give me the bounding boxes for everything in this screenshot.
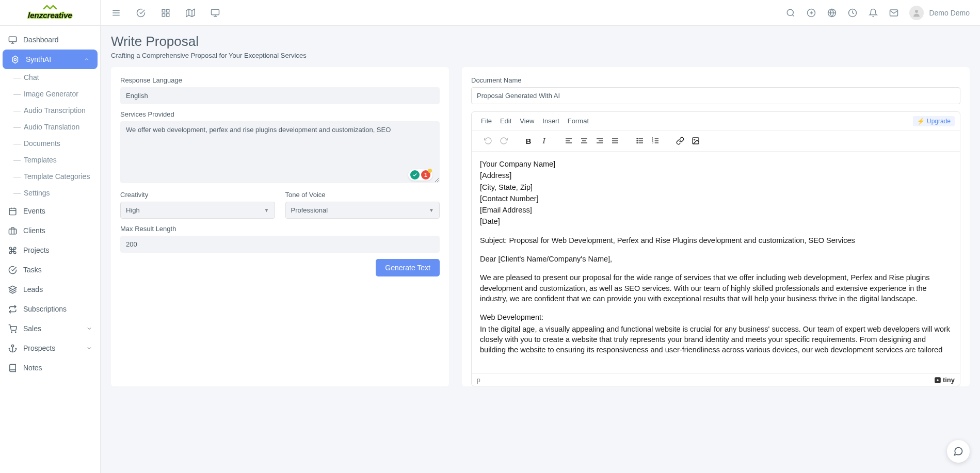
redo-button[interactable] bbox=[496, 134, 511, 148]
menu-insert[interactable]: Insert bbox=[538, 115, 564, 127]
add-button[interactable] bbox=[806, 8, 816, 18]
sidebar-subitem-chat[interactable]: —Chat bbox=[0, 69, 100, 86]
search-button[interactable] bbox=[785, 8, 796, 18]
svg-point-12 bbox=[11, 332, 11, 332]
bullet-list-button[interactable] bbox=[633, 134, 647, 148]
briefcase-icon bbox=[8, 226, 17, 235]
number-list-button[interactable]: 123 bbox=[648, 134, 663, 148]
upgrade-button[interactable]: ⚡ Upgrade bbox=[913, 116, 955, 126]
grammar-error-count: 1 bbox=[421, 170, 430, 180]
sidebar-subitem-audio-transcription[interactable]: —Audio Transcription bbox=[0, 102, 100, 119]
creativity-label: Creativity bbox=[120, 191, 275, 199]
sidebar-item-subscriptions[interactable]: Subscriptions bbox=[0, 299, 100, 319]
editor-line: [Address] bbox=[480, 170, 952, 181]
document-panel: Document Name File Edit View Insert Form… bbox=[462, 67, 970, 386]
response-language-input[interactable] bbox=[120, 87, 440, 104]
repeat-icon bbox=[8, 304, 17, 314]
avatar-icon bbox=[909, 6, 924, 20]
sidebar-item-leads[interactable]: Leads bbox=[0, 280, 100, 299]
logo[interactable]: lenzcreative bbox=[0, 0, 100, 26]
caret-down-icon: ▼ bbox=[264, 207, 269, 213]
sidebar-item-prospects[interactable]: Prospects bbox=[0, 338, 100, 358]
chevron-down-icon bbox=[86, 325, 92, 332]
svg-rect-19 bbox=[162, 9, 165, 12]
mail-button[interactable] bbox=[889, 8, 899, 18]
bold-button[interactable]: B bbox=[521, 134, 536, 148]
map-button[interactable] bbox=[185, 8, 196, 18]
tone-select[interactable]: Professional ▼ bbox=[285, 202, 440, 219]
sidebar-item-dashboard[interactable]: Dashboard bbox=[0, 30, 100, 50]
sidebar-subitem-label: Template Categories bbox=[24, 172, 90, 181]
sidebar-item-clients[interactable]: Clients bbox=[0, 221, 100, 240]
sidebar-subitem-label: Audio Transcription bbox=[24, 106, 86, 115]
align-left-button[interactable] bbox=[561, 134, 576, 148]
editor-path[interactable]: p bbox=[477, 377, 480, 384]
caret-down-icon: ▼ bbox=[429, 207, 434, 213]
sidebar-subitem-settings[interactable]: —Settings bbox=[0, 185, 100, 201]
user-menu[interactable]: Demo Demo bbox=[909, 6, 970, 20]
sidebar-item-label: Events bbox=[23, 207, 45, 215]
max-length-label: Max Result Length bbox=[120, 225, 440, 233]
chevron-up-icon bbox=[84, 56, 90, 62]
grammar-badges[interactable]: 1 bbox=[408, 169, 432, 181]
sidebar-subitem-template-categories[interactable]: —Template Categories bbox=[0, 168, 100, 185]
anchor-icon bbox=[8, 344, 17, 353]
globe-button[interactable] bbox=[827, 8, 837, 18]
sidebar-item-sales[interactable]: Sales bbox=[0, 319, 100, 338]
sidebar-item-tasks[interactable]: Tasks bbox=[0, 260, 100, 280]
generate-button[interactable]: Generate Text bbox=[376, 259, 440, 276]
sidebar-item-label: Subscriptions bbox=[23, 305, 67, 313]
sidebar-subitem-audio-translation[interactable]: —Audio Translation bbox=[0, 119, 100, 135]
sidebar-item-notes[interactable]: Notes bbox=[0, 358, 100, 378]
editor-menubar: File Edit View Insert Format ⚡ Upgrade bbox=[472, 112, 960, 131]
creativity-value: High bbox=[126, 206, 140, 214]
sidebar-subitem-templates[interactable]: —Templates bbox=[0, 152, 100, 168]
editor: File Edit View Insert Format ⚡ Upgrade bbox=[471, 111, 960, 386]
sidebar-subitem-image-generator[interactable]: —Image Generator bbox=[0, 86, 100, 102]
menu-view[interactable]: View bbox=[516, 115, 538, 127]
link-button[interactable] bbox=[673, 134, 687, 148]
clock-button[interactable] bbox=[847, 8, 858, 18]
menu-file[interactable]: File bbox=[477, 115, 496, 127]
align-justify-button[interactable] bbox=[608, 134, 622, 148]
bell-button[interactable] bbox=[868, 8, 878, 18]
check-circle-button[interactable] bbox=[136, 8, 146, 18]
sidebar-item-label: Dashboard bbox=[23, 36, 59, 44]
menu-edit[interactable]: Edit bbox=[496, 115, 516, 127]
sidebar-subitem-label: Audio Translation bbox=[24, 123, 79, 131]
editor-paragraph: We are pleased to present our proposal f… bbox=[480, 272, 952, 304]
sidebar-item-synthai[interactable]: SynthAI bbox=[3, 50, 98, 69]
editor-line: [Date] bbox=[480, 216, 952, 226]
sidebar-subitem-label: Settings bbox=[24, 189, 50, 197]
monitor-icon bbox=[8, 35, 17, 44]
sidebar-subitem-documents[interactable]: —Documents bbox=[0, 135, 100, 152]
document-name-label: Document Name bbox=[471, 76, 960, 84]
cart-icon bbox=[8, 324, 17, 333]
upgrade-label: Upgrade bbox=[927, 118, 951, 125]
chat-widget-button[interactable] bbox=[947, 440, 970, 463]
svg-rect-22 bbox=[162, 13, 165, 16]
creativity-select[interactable]: High ▼ bbox=[120, 202, 275, 219]
svg-text:lenzcreative: lenzcreative bbox=[28, 11, 72, 20]
align-center-button[interactable] bbox=[577, 134, 591, 148]
sidebar-item-label: Prospects bbox=[23, 344, 55, 352]
image-button[interactable] bbox=[688, 134, 703, 148]
monitor-button[interactable] bbox=[210, 8, 220, 18]
menu-toggle-button[interactable] bbox=[111, 8, 121, 18]
undo-button[interactable] bbox=[481, 134, 495, 148]
max-length-input[interactable] bbox=[120, 236, 440, 253]
italic-button[interactable]: I bbox=[537, 134, 551, 148]
align-right-button[interactable] bbox=[592, 134, 607, 148]
sidebar: lenzcreative Dashboard SynthAI —Chat —Im bbox=[0, 0, 101, 473]
svg-rect-6 bbox=[9, 208, 16, 215]
editor-line: [City, State, Zip] bbox=[480, 182, 952, 192]
sidebar-item-projects[interactable]: Projects bbox=[0, 240, 100, 260]
editor-body[interactable]: [Your Company Name] [Address] [City, Sta… bbox=[472, 152, 960, 373]
services-provided-textarea[interactable]: We offer web development, perfex and ris… bbox=[120, 121, 440, 183]
sidebar-item-events[interactable]: Events bbox=[0, 201, 100, 221]
tiny-logo[interactable]: tiny bbox=[934, 376, 955, 384]
document-name-input[interactable] bbox=[471, 87, 960, 104]
grid-button[interactable] bbox=[160, 8, 171, 18]
menu-format[interactable]: Format bbox=[564, 115, 593, 127]
svg-point-55 bbox=[637, 140, 637, 141]
